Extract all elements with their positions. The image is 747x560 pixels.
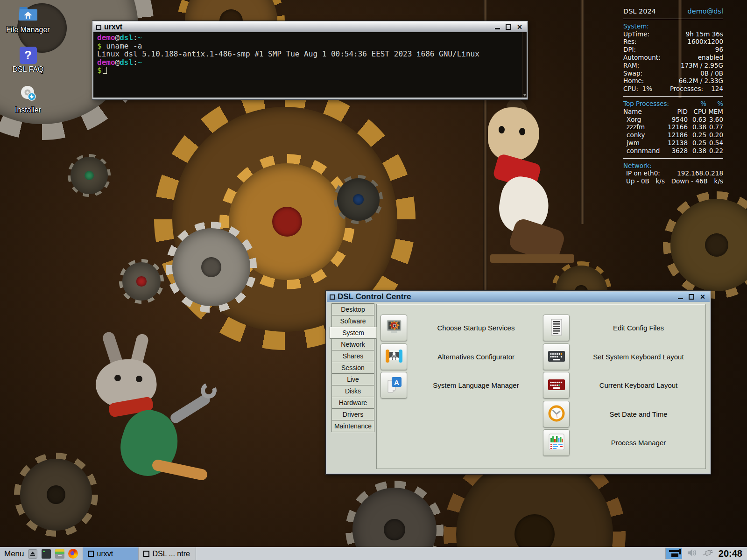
tab-drivers[interactable]: Drivers xyxy=(331,408,374,420)
item-label: Alternatives Configurator xyxy=(407,353,545,361)
terminal-scrollbar[interactable] xyxy=(522,32,527,98)
stat-value: 173M / 2.95G xyxy=(681,62,723,70)
edit-config-button[interactable] xyxy=(543,315,570,341)
window-icon xyxy=(88,551,94,557)
process-manager-item: Process Manager xyxy=(543,428,707,457)
current-keyboard-item: Current Keyboard Layout xyxy=(543,371,707,400)
close-button[interactable]: × xyxy=(698,293,707,301)
process-table-header: NamePIDCPUMEM xyxy=(623,108,723,116)
terminal-cursor-line: $ xyxy=(97,66,523,75)
panel-right-column: Edit Config Files Set System Keyboard La… xyxy=(543,314,707,457)
current-keyboard-button[interactable] xyxy=(543,372,570,399)
tab-desktop[interactable]: Desktop xyxy=(331,303,374,315)
taskbar: Menu urxvt DSL ... ntre 20:48 xyxy=(0,547,747,560)
conky-user-host: demo@dsl xyxy=(688,7,723,15)
stat-label: Automount: xyxy=(623,54,661,62)
tab-network[interactable]: Network xyxy=(331,338,374,350)
startup-services-item: Choose Startup Services xyxy=(381,314,545,343)
config-files-icon xyxy=(547,318,566,338)
desktop-icon-file-manager[interactable]: File Manager xyxy=(1,4,55,34)
conky-system-header: System: xyxy=(623,22,723,30)
taskbar-menu-area: Menu xyxy=(0,547,83,560)
language-manager-button[interactable]: A xyxy=(381,372,407,399)
browser-launcher-button[interactable] xyxy=(68,549,78,559)
terminal-content[interactable]: demo@dsl:~ $ uname -a Linux dsl 5.10.188… xyxy=(93,32,527,98)
tab-live[interactable]: Live xyxy=(331,373,374,385)
proc-stat: Processes: 124 xyxy=(670,85,723,93)
menu-button[interactable]: Menu xyxy=(4,549,24,559)
edit-config-item: Edit Config Files xyxy=(543,314,707,343)
gear-decoration xyxy=(663,191,747,299)
window-menu-icon[interactable] xyxy=(96,25,101,30)
volume-icon[interactable] xyxy=(687,548,698,559)
desktop-icon-dsl-faq[interactable]: ? DSL FAQ xyxy=(1,47,55,74)
scroll-down-arrow-icon[interactable] xyxy=(523,94,526,97)
tab-system[interactable]: System xyxy=(330,327,377,339)
stat-label: RAM: xyxy=(623,62,639,70)
conky-title: DSL 2024 xyxy=(623,7,656,15)
tab-software[interactable]: Software xyxy=(331,315,374,327)
stat-label: DPI: xyxy=(623,46,636,54)
character-swing-mouse xyxy=(462,100,593,296)
item-label: Current Keyboard Layout xyxy=(570,381,707,389)
alternatives-button[interactable] xyxy=(381,343,407,370)
tab-hardware[interactable]: Hardware xyxy=(331,397,374,409)
gear-decoration xyxy=(166,222,257,313)
task-button-control-centre[interactable]: DSL ... ntre xyxy=(138,547,196,560)
language-icon: A xyxy=(385,375,403,395)
terminal-window: urxvt × demo@dsl:~ $ uname -a Linux dsl … xyxy=(92,21,528,100)
panel-left-column: Choose Startup Services Alternatives Con… xyxy=(381,314,545,400)
window-icon xyxy=(143,551,149,557)
tab-disks[interactable]: Disks xyxy=(331,385,374,397)
process-manager-icon xyxy=(547,433,566,453)
terminal-titlebar[interactable]: urxvt × xyxy=(93,22,527,32)
conky-network-header: Network: xyxy=(623,162,723,170)
stat-label: UpTime: xyxy=(623,30,649,38)
stat-value: 747x560 xyxy=(687,38,723,46)
show-desktop-button[interactable] xyxy=(28,549,38,559)
control-centre-tabs: Desktop Software System Network Shares S… xyxy=(331,304,374,432)
tab-shares[interactable]: Shares xyxy=(331,350,374,362)
window-menu-icon[interactable] xyxy=(330,294,335,300)
terminal-command-line: $ uname -a xyxy=(97,42,523,50)
process-row: Xorg95400.633.60 xyxy=(623,116,723,124)
tab-session[interactable]: Session xyxy=(331,362,374,374)
stat-value: 0B / 0B xyxy=(700,70,723,77)
item-label: Choose Startup Services xyxy=(407,324,545,332)
maximize-button[interactable] xyxy=(687,293,696,301)
item-label: Edit Config Files xyxy=(570,324,707,332)
terminal-launcher-button[interactable] xyxy=(41,549,51,559)
stat-value: enabled xyxy=(698,54,723,62)
close-button[interactable]: × xyxy=(515,23,524,31)
startup-services-button[interactable] xyxy=(381,315,407,341)
tab-maintenance[interactable]: Maintenance xyxy=(331,420,374,432)
desktop-icon-label: File Manager xyxy=(6,26,49,34)
network-plug-icon[interactable] xyxy=(702,548,714,559)
control-centre-window: DSL Control Centre × Desktop Software Sy… xyxy=(325,290,711,475)
terminal-prompt-line: demo@dsl:~ xyxy=(97,34,523,42)
process-row: connmand36280.380.22 xyxy=(623,147,723,155)
maximize-button[interactable] xyxy=(504,23,513,31)
alternatives-item: Alternatives Configurator xyxy=(381,343,545,371)
desktop-pager[interactable] xyxy=(665,548,682,559)
date-time-item: Set Date and Time xyxy=(543,400,707,429)
divider xyxy=(623,19,723,19)
process-manager-button[interactable] xyxy=(543,429,570,456)
net-speed-row: Up - 0Bk/s Down - 46Bk/s xyxy=(623,177,723,185)
minimize-button[interactable] xyxy=(493,23,501,31)
terminal-prompt-line: demo@dsl:~ xyxy=(97,58,523,67)
system-keyboard-button[interactable] xyxy=(543,343,570,370)
alternatives-icon xyxy=(385,347,403,367)
item-label: Process Manager xyxy=(570,439,707,447)
startup-services-icon xyxy=(385,318,403,338)
desktop-icon-installer[interactable]: Installer xyxy=(1,84,55,114)
divider xyxy=(623,158,723,159)
control-centre-titlebar[interactable]: DSL Control Centre × xyxy=(327,292,710,302)
taskbar-clock: 20:48 xyxy=(719,548,742,559)
task-button-urxvt[interactable]: urxvt xyxy=(83,547,138,560)
minimize-button[interactable] xyxy=(676,293,684,301)
top-processes-header: Top Processes:%% xyxy=(623,100,723,108)
file-manager-launcher-button[interactable] xyxy=(55,549,65,559)
item-label: Set System Keyboard Layout xyxy=(570,353,707,361)
date-time-button[interactable] xyxy=(543,401,570,427)
